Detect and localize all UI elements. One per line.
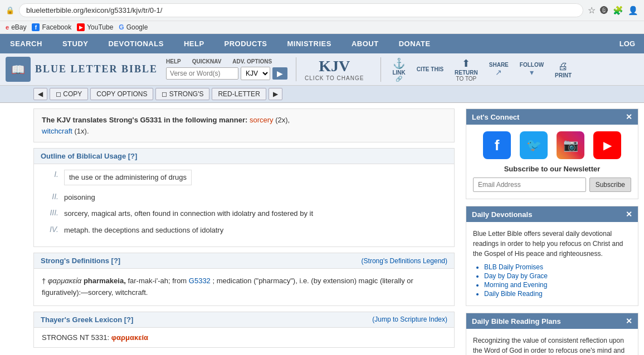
kjv-sub: CLICK TO CHANGE	[305, 75, 364, 81]
copy-options-button[interactable]: COPY OPTIONS	[90, 88, 153, 100]
follow-section[interactable]: FOLLOW ▾	[514, 62, 549, 77]
list-item: III. sorcery, magical arts, often found …	[42, 208, 446, 219]
facebook-icon[interactable]: f	[483, 131, 511, 159]
lets-connect-close[interactable]: ✕	[626, 112, 632, 121]
link-label: LINK	[392, 70, 405, 76]
extension-icon[interactable]: 🅖	[600, 6, 608, 15]
browser-chrome: 🔒 blueletterbible.org/lexicon/g5331/kjv/…	[0, 0, 644, 34]
devotionals-title: Daily Devotionals	[472, 210, 532, 219]
thayer-jump-link[interactable]: (Jump to Scripture Index)	[372, 315, 447, 323]
print-icon: 🖨	[558, 61, 568, 72]
sidebar: Let's Connect ✕ f 🐦 📷 ▶	[460, 103, 644, 355]
lets-connect-content: f 🐦 📷 ▶ Subscribe to our Newsletter Su	[466, 125, 638, 199]
logo-title: Blue Letter Bible	[35, 63, 158, 75]
bookmark-youtube[interactable]: ▶ YouTube	[77, 23, 113, 31]
link-chain-icon: 🔗	[396, 76, 402, 82]
return-icon: ⬆	[462, 57, 470, 70]
lets-connect-header: Let's Connect ✕	[466, 109, 638, 125]
daily-devotionals-widget: Daily Devotionals ✕ Blue Letter Bible of…	[466, 206, 638, 306]
puzzle-icon[interactable]: 🧩	[613, 6, 623, 16]
devotionals-header: Daily Devotionals ✕	[466, 206, 638, 222]
email-input[interactable]	[473, 178, 586, 192]
next-button[interactable]: ▶	[269, 88, 282, 100]
follow-icon: ▾	[530, 68, 534, 77]
kjv-label: KJV	[319, 57, 350, 75]
yt-play: ▶	[603, 139, 612, 152]
bookmark-google[interactable]: G Google	[119, 23, 148, 31]
share-section[interactable]: SHARE ↗	[484, 62, 514, 77]
nav-donate[interactable]: DONATE	[389, 34, 441, 53]
thayer-strongs-label: STRONGS NT 5331:	[42, 333, 109, 342]
greek-italic: φαρμακεία	[48, 277, 81, 285]
address-input[interactable]: blueletterbible.org/lexicon/g5331/kjv/tr…	[19, 3, 583, 17]
lock-icon: 🔒	[6, 6, 14, 14]
return-top-section[interactable]: ⬆ RETURN TO TOP	[449, 57, 484, 82]
user-icon[interactable]: 👤	[628, 6, 638, 16]
strongs-def-title: Strong's Definitions [?]	[41, 257, 120, 265]
return-section[interactable]: ⚓ LINK 🔗	[387, 57, 411, 82]
tw-bird: 🐦	[526, 138, 541, 152]
copy-button[interactable]: ◻ COPY	[50, 88, 88, 100]
list-item[interactable]: Morning and Evening	[484, 281, 631, 289]
nav-study[interactable]: STUDY	[52, 34, 99, 53]
nav-about[interactable]: ABOUT	[341, 34, 389, 53]
reading-plans-close[interactable]: ✕	[626, 317, 632, 326]
strongs-def-legend-link[interactable]: (Strong's Definitions Legend)	[362, 257, 447, 265]
outline-text-2: poisoning	[64, 192, 95, 203]
bookmark-facebook[interactable]: f Facebook	[32, 23, 71, 31]
sorcery-text: sorcery	[250, 116, 274, 124]
nav-search[interactable]: SEARCH	[0, 34, 52, 53]
outline-text-1: the use or the administering of drugs	[64, 170, 192, 185]
youtube-label: YouTube	[87, 23, 113, 31]
strongs-def-section: Strong's Definitions [?] (Strong's Defin…	[33, 253, 455, 306]
star-icon[interactable]: ☆	[588, 5, 596, 16]
nav-products[interactable]: PRODUCTS	[214, 34, 277, 53]
list-item[interactable]: BLB Daily Promises	[484, 263, 631, 271]
list-item: IV. metaph. the deceptions and seduction…	[42, 225, 446, 236]
kjv-translates-box: The KJV translates Strong's G5331 in the…	[33, 109, 455, 142]
nav-help[interactable]: HELP	[174, 34, 214, 53]
witchcraft-text[interactable]: witchcraft	[42, 127, 72, 135]
prev-button[interactable]: ◀	[33, 88, 47, 100]
devotionals-description: Blue Letter Bible offers several daily d…	[473, 229, 631, 259]
list-item[interactable]: Daily Bible Reading	[484, 290, 631, 298]
newsletter-row: Subscribe	[473, 178, 631, 192]
follow-label: FOLLOW	[520, 62, 544, 68]
outline-num-2: II.	[42, 192, 58, 201]
bookmark-ebay[interactable]: e eBay	[6, 23, 26, 31]
help-label: HELP	[166, 58, 181, 65]
instagram-icon[interactable]: 📷	[557, 131, 584, 159]
go-button[interactable]: ▶	[272, 67, 287, 80]
fb-letter: f	[495, 137, 500, 154]
kjv-section[interactable]: KJV CLICK TO CHANGE	[296, 57, 372, 81]
nav-ministries[interactable]: MINISTRIES	[277, 34, 341, 53]
thayer-header: Thayer's Greek Lexicon [?] (Jump to Scri…	[34, 312, 454, 328]
cite-section[interactable]: CITE THIS	[411, 66, 449, 72]
ebay-label: eBay	[11, 23, 26, 31]
adv-label: ADV. OPTIONS	[232, 58, 272, 65]
facebook-label: Facebook	[42, 23, 71, 31]
g5332-link[interactable]: G5332	[189, 277, 211, 285]
newsletter-label: Subscribe to our Newsletter	[473, 165, 631, 173]
logo-bar: 📖 Blue Letter Bible HELP QUICKNAV ADV. O…	[0, 53, 644, 86]
lets-connect-title: Let's Connect	[472, 113, 519, 121]
google-label: Google	[126, 23, 148, 31]
nav-devotionals[interactable]: DEVOTIONALS	[98, 34, 173, 53]
outline-section: Outline of Biblical Usage [?] I. the use…	[33, 148, 455, 247]
outline-text-3: sorcery, magical arts, often found in co…	[64, 208, 313, 219]
red-letter-button[interactable]: RED-LETTER	[212, 88, 266, 100]
subscribe-button[interactable]: Subscribe	[589, 178, 631, 192]
outline-header: Outline of Biblical Usage [?]	[34, 149, 454, 164]
print-section[interactable]: 🖨 PRINT	[549, 61, 577, 78]
kjv-translates-intro: The KJV translates Strong's G5331 in the…	[42, 116, 247, 124]
search-input[interactable]	[166, 67, 238, 80]
reading-plans-widget: Daily Bible Reading Plans ✕ Recognizing …	[466, 313, 638, 355]
youtube-icon[interactable]: ▶	[593, 131, 621, 159]
twitter-icon[interactable]: 🐦	[520, 131, 548, 159]
list-item[interactable]: Day by Day by Grace	[484, 272, 631, 280]
strongs-button[interactable]: ◻ STRONG'S	[155, 88, 209, 100]
version-select[interactable]: KJV	[241, 67, 270, 80]
logo-icon: 📖	[6, 57, 31, 82]
devotionals-close[interactable]: ✕	[626, 210, 632, 219]
nav-log[interactable]: LOG	[611, 34, 644, 53]
